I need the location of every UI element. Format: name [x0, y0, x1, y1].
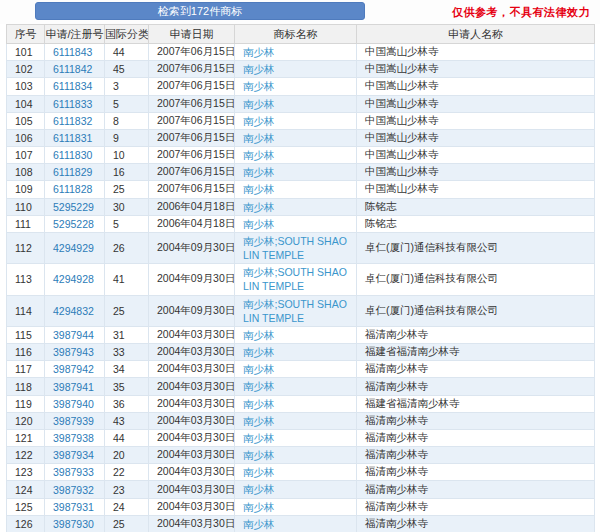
trademark-name-link[interactable]: 南少林 [243, 218, 275, 230]
trademark-name-link[interactable]: 南少林 [243, 183, 275, 195]
applicant-name-cell: 陈铭志 [357, 215, 595, 232]
seq-cell: 106 [7, 129, 45, 146]
trademark-name-link[interactable]: 南少林 [243, 501, 275, 513]
reg-number-cell: 3987934 [45, 447, 105, 464]
header-intl-class: 国际分类 [105, 25, 149, 44]
seq-cell: 104 [7, 95, 45, 112]
reg-number-cell: 4294928 [45, 264, 105, 295]
table-row: 111529522852006年04月18日南少林陈铭志 [7, 215, 595, 232]
applicant-name-cell: 卓仁(厦门)通信科技有限公司 [357, 264, 595, 295]
trademark-name-link[interactable]: 南少林 [243, 115, 275, 127]
table-row: 1253987931242004年03月30日南少林福清南少林寺 [7, 498, 595, 515]
reg-number-link[interactable]: 3987939 [53, 415, 94, 427]
table-row: 1243987932232004年03月30日南少林福清南少林寺 [7, 481, 595, 498]
reg-number-link[interactable]: 3987940 [53, 398, 94, 410]
seq-cell: 121 [7, 429, 45, 446]
trademark-name-link[interactable]: 南少林 [243, 166, 275, 178]
intl-class-cell: 30 [105, 198, 149, 215]
trademark-name-link[interactable]: 南少林 [243, 449, 275, 461]
reg-number-link[interactable]: 3987931 [53, 501, 94, 513]
applicant-name-cell: 卓仁(厦门)通信科技有限公司 [357, 295, 595, 326]
applicant-name-cell: 中国嵩山少林寺 [357, 129, 595, 146]
reg-number-link[interactable]: 3987930 [53, 518, 94, 530]
apply-date-cell: 2004年09月30日 [149, 295, 235, 326]
reg-number-link[interactable]: 5295228 [53, 218, 94, 230]
apply-date-cell: 2004年03月30日 [149, 344, 235, 361]
reg-number-link[interactable]: 4294832 [53, 305, 94, 317]
reg-number-link[interactable]: 6111842 [53, 63, 92, 75]
reg-number-link[interactable]: 5295229 [53, 201, 94, 213]
apply-date-cell: 2007年06月15日 [149, 44, 235, 61]
intl-class-cell: 22 [105, 464, 149, 481]
trademark-name-link[interactable]: 南少林 [243, 415, 275, 427]
apply-date-cell: 2007年06月15日 [149, 164, 235, 181]
reg-number-link[interactable]: 6111833 [53, 98, 92, 110]
reg-number-cell: 6111834 [45, 78, 105, 95]
reg-number-link[interactable]: 6111834 [53, 80, 92, 92]
reg-number-link[interactable]: 3987934 [53, 449, 94, 461]
table-row: 1026111842452007年06月15日南少林中国嵩山少林寺 [7, 61, 595, 78]
trademark-name-link[interactable]: 南少林 [243, 518, 275, 530]
trademark-name-link[interactable]: 南少林 [243, 98, 275, 110]
trademark-name-link[interactable]: 南少林 [243, 398, 275, 410]
intl-class-cell: 23 [105, 481, 149, 498]
trademark-name-link[interactable]: 南少林 [243, 46, 275, 58]
trademark-name-link[interactable]: 南少林;SOUTH SHAOLIN TEMPLE [243, 266, 347, 292]
trademark-name-link[interactable]: 南少林 [243, 363, 275, 375]
intl-class-cell: 25 [105, 295, 149, 326]
trademark-name-link[interactable]: 南少林 [243, 80, 275, 92]
trademark-name-link[interactable]: 南少林 [243, 132, 275, 144]
applicant-name-cell: 福清南少林寺 [357, 412, 595, 429]
reg-number-link[interactable]: 4294929 [53, 242, 94, 254]
seq-cell: 102 [7, 61, 45, 78]
reg-number-cell: 3987939 [45, 412, 105, 429]
trademark-name-link[interactable]: 南少林;SOUTH SHAOLIN TEMPLE [243, 235, 347, 261]
search-count-button[interactable]: 检索到172件商标 [35, 2, 365, 20]
applicant-name-cell: 福清南少林寺 [357, 326, 595, 343]
trademark-name-link[interactable]: 南少林 [243, 346, 275, 358]
trademark-name-link[interactable]: 南少林 [243, 149, 275, 161]
table-row: 103611183432007年06月15日南少林中国嵩山少林寺 [7, 78, 595, 95]
reg-number-link[interactable]: 3987938 [53, 432, 94, 444]
table-row: 106611183192007年06月15日南少林中国嵩山少林寺 [7, 129, 595, 146]
reg-number-link[interactable]: 3987942 [53, 363, 94, 375]
reg-number-link[interactable]: 4294928 [53, 273, 94, 285]
trademark-name-cell: 南少林 [235, 464, 357, 481]
seq-cell: 118 [7, 378, 45, 395]
intl-class-cell: 5 [105, 95, 149, 112]
seq-cell: 120 [7, 412, 45, 429]
trademark-name-link[interactable]: 南少林 [243, 329, 275, 341]
reg-number-link[interactable]: 3987933 [53, 466, 94, 478]
reg-number-cell: 3987943 [45, 344, 105, 361]
table-row: 1173987942342004年03月30日南少林福清南少林寺 [7, 361, 595, 378]
trademark-name-link[interactable]: 南少林 [243, 466, 275, 478]
reg-number-link[interactable]: 6111830 [53, 149, 92, 161]
trademark-name-cell: 南少林 [235, 181, 357, 198]
reg-number-link[interactable]: 6111831 [53, 132, 92, 144]
reg-number-link[interactable]: 6111829 [53, 166, 92, 178]
trademark-name-cell: 南少林 [235, 44, 357, 61]
applicant-name-cell: 中国嵩山少林寺 [357, 112, 595, 129]
results-table: 序号 申请/注册号 国际分类 申请日期 商标名称 申请人名称 101611184… [6, 24, 595, 532]
reg-number-link[interactable]: 6111828 [53, 183, 92, 195]
reg-number-link[interactable]: 3987932 [53, 484, 94, 496]
reg-number-cell: 3987940 [45, 395, 105, 412]
reg-number-cell: 3987930 [45, 515, 105, 532]
trademark-name-link[interactable]: 南少林;SOUTH SHAOLIN TEMPLE [243, 298, 347, 324]
trademark-name-link[interactable]: 南少林 [243, 380, 275, 392]
trademark-name-link[interactable]: 南少林 [243, 483, 275, 495]
reg-number-link[interactable]: 6111832 [53, 115, 92, 127]
reg-number-link[interactable]: 3987944 [53, 329, 94, 341]
table-body: 1016111843442007年06月15日南少林中国嵩山少林寺1026111… [7, 44, 595, 532]
trademark-name-cell: 南少林 [235, 198, 357, 215]
trademark-name-link[interactable]: 南少林 [243, 201, 275, 213]
table-row: 1213987938442004年03月30日南少林福清南少林寺 [7, 429, 595, 446]
trademark-name-link[interactable]: 南少林 [243, 63, 275, 75]
reg-number-link[interactable]: 6111843 [53, 46, 92, 58]
trademark-name-link[interactable]: 南少林 [243, 432, 275, 444]
seq-cell: 116 [7, 344, 45, 361]
table-row: 1233987933222004年03月30日南少林福清南少林寺 [7, 464, 595, 481]
reg-number-link[interactable]: 3987943 [53, 346, 94, 358]
seq-cell: 108 [7, 164, 45, 181]
reg-number-link[interactable]: 3987941 [53, 381, 94, 393]
